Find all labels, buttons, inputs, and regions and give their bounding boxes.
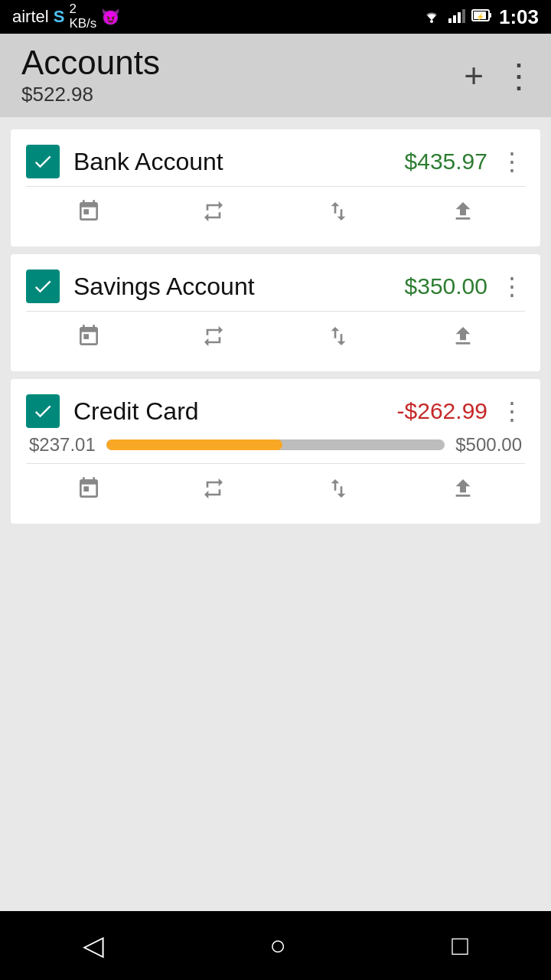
signal-icon [448, 6, 465, 28]
repeat-icon-bank[interactable] [194, 194, 233, 234]
transfer-icon-credit[interactable] [318, 472, 358, 511]
back-button[interactable]: ◁ [67, 922, 119, 969]
bottom-navigation: ◁ ○ □ [0, 911, 551, 980]
page-title: Accounts [21, 44, 160, 81]
upload-icon-credit[interactable] [443, 472, 483, 511]
action-row-credit [26, 463, 525, 511]
account-right-savings: $350.00 ⋮ [405, 272, 525, 301]
credit-progress-fill [106, 439, 282, 450]
account-card-savings: Savings Account $350.00 ⋮ [11, 254, 540, 371]
credit-progress-bar [106, 439, 445, 450]
svg-rect-7 [489, 13, 491, 18]
account-left-savings: Savings Account [26, 270, 255, 303]
account-card-credit: Credit Card -$262.99 ⋮ $237.01 $500.00 [11, 379, 540, 524]
svg-rect-3 [458, 12, 461, 23]
repeat-icon-credit[interactable] [194, 472, 233, 511]
wifi-icon [421, 6, 442, 28]
repeat-icon-savings[interactable] [194, 319, 233, 359]
header-total: $522.98 [21, 83, 160, 106]
status-left: airtel S 2KB/s 😈 [12, 2, 120, 31]
carrier-icon: S [54, 7, 65, 27]
account-more-credit[interactable]: ⋮ [500, 397, 525, 426]
account-amount-bank: $435.97 [405, 149, 487, 175]
header-title-block: Accounts $522.98 [21, 44, 160, 106]
account-left-credit: Credit Card [26, 394, 199, 428]
accounts-list: Bank Account $435.97 ⋮ [0, 117, 551, 911]
upload-icon-savings[interactable] [443, 319, 483, 359]
svg-rect-1 [448, 18, 452, 23]
more-options-button[interactable]: ⋮ [502, 59, 536, 93]
svg-point-0 [430, 20, 433, 23]
account-left-bank: Bank Account [26, 145, 223, 178]
account-checkbox-bank[interactable] [26, 145, 60, 178]
account-row-bank: Bank Account $435.97 ⋮ [26, 145, 525, 178]
account-name-bank: Bank Account [73, 148, 223, 176]
data-speed: 2KB/s [69, 2, 96, 31]
account-amount-credit: -$262.99 [397, 398, 487, 424]
calendar-icon-savings[interactable] [69, 319, 109, 359]
app-header: Accounts $522.98 + ⋮ [0, 34, 551, 117]
calendar-icon-bank[interactable] [69, 194, 109, 234]
account-checkbox-credit[interactable] [26, 394, 60, 428]
account-right-credit: -$262.99 ⋮ [397, 397, 525, 426]
action-row-savings [26, 311, 525, 359]
account-name-savings: Savings Account [73, 273, 255, 301]
action-row-bank [26, 186, 525, 234]
credit-progress-info: $237.01 $500.00 [26, 434, 525, 456]
home-button[interactable]: ○ [254, 922, 302, 969]
svg-text:⚡: ⚡ [476, 12, 485, 21]
account-more-bank[interactable]: ⋮ [500, 147, 525, 176]
account-row-savings: Savings Account $350.00 ⋮ [26, 270, 525, 303]
account-right-bank: $435.97 ⋮ [405, 147, 525, 176]
credit-max-label: $500.00 [455, 434, 522, 456]
recents-button[interactable]: □ [436, 922, 484, 969]
credit-min-label: $237.01 [29, 434, 96, 456]
account-card-bank: Bank Account $435.97 ⋮ [11, 129, 540, 247]
account-more-savings[interactable]: ⋮ [500, 272, 525, 301]
calendar-icon-credit[interactable] [69, 472, 109, 511]
status-time: 1:03 [499, 5, 539, 29]
account-amount-savings: $350.00 [405, 273, 487, 299]
account-row-credit: Credit Card -$262.99 ⋮ [26, 394, 525, 428]
status-bar: airtel S 2KB/s 😈 [0, 0, 551, 34]
extra-icon: 😈 [101, 8, 120, 26]
carrier-label: airtel [12, 7, 49, 27]
transfer-icon-savings[interactable] [318, 319, 358, 359]
account-name-credit: Credit Card [73, 397, 199, 426]
status-right: ⚡ 1:03 [421, 5, 539, 29]
transfer-icon-bank[interactable] [318, 194, 358, 234]
account-checkbox-savings[interactable] [26, 270, 60, 303]
svg-rect-2 [453, 15, 456, 23]
header-actions: + ⋮ [464, 59, 536, 93]
battery-icon: ⚡ [471, 6, 493, 28]
svg-rect-4 [462, 9, 465, 23]
upload-icon-bank[interactable] [443, 194, 483, 234]
add-account-button[interactable]: + [464, 59, 484, 93]
